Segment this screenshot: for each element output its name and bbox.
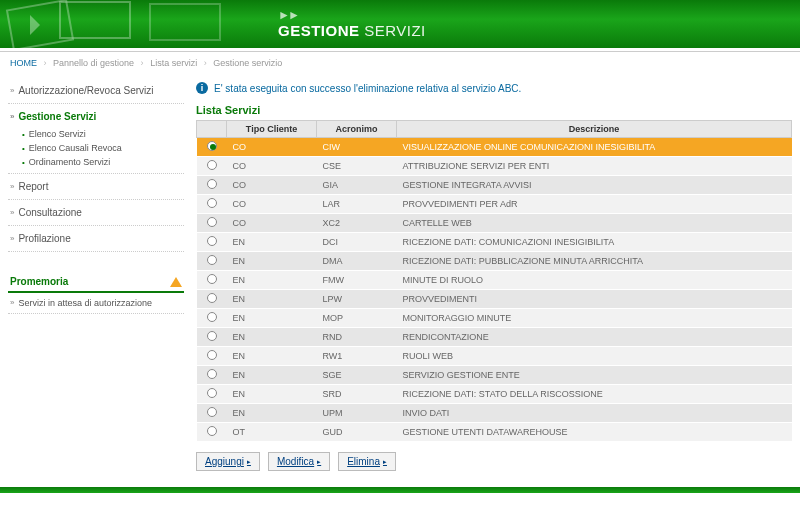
cell-acronimo: LAR	[317, 195, 397, 214]
cell-tipo: EN	[227, 328, 317, 347]
sidebar-item[interactable]: »Profilazione	[8, 230, 184, 247]
cell-tipo: EN	[227, 252, 317, 271]
svg-marker-3	[30, 15, 40, 35]
action-bar: Aggiungi▸ Modifica▸ Elimina▸	[196, 442, 792, 471]
chevron-icon: ►►	[278, 8, 298, 22]
table-row[interactable]: ENSGESERVIZIO GESTIONE ENTE	[197, 366, 792, 385]
cell-descrizione: ATTRIBUZIONE SERVIZI PER ENTI	[397, 157, 792, 176]
cell-tipo: CO	[227, 157, 317, 176]
cell-tipo: EN	[227, 404, 317, 423]
table-row[interactable]: OTGUDGESTIONE UTENTI DATAWAREHOUSE	[197, 423, 792, 442]
row-radio[interactable]	[207, 141, 217, 151]
breadcrumb-item[interactable]: Pannello di gestione	[53, 58, 134, 68]
section-title: Lista Servizi	[196, 102, 792, 120]
cell-acronimo: SGE	[317, 366, 397, 385]
table-row[interactable]: ENUPMINVIO DATI	[197, 404, 792, 423]
row-radio[interactable]	[207, 407, 217, 417]
cell-tipo: CO	[227, 214, 317, 233]
cell-descrizione: RUOLI WEB	[397, 347, 792, 366]
sidebar-subitem[interactable]: •Elenco Causali Revoca	[22, 141, 184, 155]
cell-acronimo: CIW	[317, 138, 397, 157]
row-radio[interactable]	[207, 312, 217, 322]
breadcrumb-home[interactable]: HOME	[10, 58, 37, 68]
cell-descrizione: VISUALIZZAZIONE ONLINE COMUNICAZIONI INE…	[397, 138, 792, 157]
cell-acronimo: XC2	[317, 214, 397, 233]
cell-descrizione: RICEZIONE DATI: STATO DELLA RISCOSSIONE	[397, 385, 792, 404]
row-radio[interactable]	[207, 350, 217, 360]
sidebar-item[interactable]: »Gestione Servizi	[8, 108, 184, 125]
cell-tipo: EN	[227, 290, 317, 309]
success-alert: i E' stata eseguita con successo l'elimi…	[196, 78, 792, 102]
promemoria-item[interactable]: » Servizi in attesa di autorizzazione	[8, 293, 184, 314]
svg-rect-0	[7, 0, 73, 48]
table-row[interactable]: ENRNDRENDICONTAZIONE	[197, 328, 792, 347]
row-radio[interactable]	[207, 426, 217, 436]
cell-tipo: CO	[227, 195, 317, 214]
table-row[interactable]: COCSEATTRIBUZIONE SERVIZI PER ENTI	[197, 157, 792, 176]
row-radio[interactable]	[207, 255, 217, 265]
col-radio	[197, 121, 227, 138]
row-radio[interactable]	[207, 236, 217, 246]
cell-descrizione: MONITORAGGIO MINUTE	[397, 309, 792, 328]
cell-tipo: CO	[227, 138, 317, 157]
sidebar-subitem[interactable]: •Ordinamento Servizi	[22, 155, 184, 169]
cell-tipo: EN	[227, 347, 317, 366]
col-tipo: Tipo Cliente	[227, 121, 317, 138]
row-radio[interactable]	[207, 293, 217, 303]
main-content: i E' stata eseguita con successo l'elimi…	[196, 78, 792, 471]
svg-rect-2	[150, 4, 220, 40]
cell-acronimo: LPW	[317, 290, 397, 309]
services-table: Tipo Cliente Acronimo Descrizione COCIWV…	[196, 120, 792, 442]
cell-descrizione: GESTIONE UTENTI DATAWAREHOUSE	[397, 423, 792, 442]
warning-icon	[170, 277, 182, 287]
footer-bar	[0, 487, 800, 493]
sidebar-item[interactable]: »Report	[8, 178, 184, 195]
page-title: GESTIONE SERVIZI	[278, 22, 426, 39]
table-row[interactable]: COXC2CARTELLE WEB	[197, 214, 792, 233]
cell-acronimo: MOP	[317, 309, 397, 328]
row-radio[interactable]	[207, 217, 217, 227]
cell-descrizione: CARTELLE WEB	[397, 214, 792, 233]
table-row[interactable]: COCIWVISUALIZZAZIONE ONLINE COMUNICAZION…	[197, 138, 792, 157]
table-row[interactable]: COLARPROVVEDIMENTI PER AdR	[197, 195, 792, 214]
sidebar-item[interactable]: »Autorizzazione/Revoca Servizi	[8, 82, 184, 99]
table-row[interactable]: ENSRDRICEZIONE DATI: STATO DELLA RISCOSS…	[197, 385, 792, 404]
cell-descrizione: PROVVEDIMENTI	[397, 290, 792, 309]
table-row[interactable]: ENLPWPROVVEDIMENTI	[197, 290, 792, 309]
sidebar-subitem[interactable]: •Elenco Servizi	[22, 127, 184, 141]
cell-acronimo: FMW	[317, 271, 397, 290]
table-row[interactable]: ENRW1RUOLI WEB	[197, 347, 792, 366]
edit-button[interactable]: Modifica▸	[268, 452, 330, 471]
sidebar-item[interactable]: »Consultazione	[8, 204, 184, 221]
row-radio[interactable]	[207, 274, 217, 284]
table-row[interactable]: ENDMARICEZIONE DATI: PUBBLICAZIONE MINUT…	[197, 252, 792, 271]
breadcrumb-item: Gestione servizio	[213, 58, 282, 68]
cell-descrizione: RICEZIONE DATI: PUBBLICAZIONE MINUTA ARR…	[397, 252, 792, 271]
cell-acronimo: GIA	[317, 176, 397, 195]
table-row[interactable]: ENMOPMONITORAGGIO MINUTE	[197, 309, 792, 328]
promemoria-header: Promemoria	[8, 272, 184, 293]
row-radio[interactable]	[207, 331, 217, 341]
cell-acronimo: RW1	[317, 347, 397, 366]
cell-descrizione: RICEZIONE DATI: COMUNICAZIONI INESIGIBIL…	[397, 233, 792, 252]
row-radio[interactable]	[207, 179, 217, 189]
row-radio[interactable]	[207, 388, 217, 398]
table-row[interactable]: ENFMWMINUTE DI RUOLO	[197, 271, 792, 290]
table-row[interactable]: COGIAGESTIONE INTEGRATA AVVISI	[197, 176, 792, 195]
row-radio[interactable]	[207, 160, 217, 170]
row-radio[interactable]	[207, 369, 217, 379]
row-radio[interactable]	[207, 198, 217, 208]
cell-acronimo: GUD	[317, 423, 397, 442]
delete-button[interactable]: Elimina▸	[338, 452, 396, 471]
breadcrumb-item[interactable]: Lista servizi	[150, 58, 197, 68]
cell-tipo: CO	[227, 176, 317, 195]
add-button[interactable]: Aggiungi▸	[196, 452, 260, 471]
alert-text: E' stata eseguita con successo l'elimina…	[214, 83, 521, 94]
cell-tipo: EN	[227, 233, 317, 252]
table-row[interactable]: ENDCIRICEZIONE DATI: COMUNICAZIONI INESI…	[197, 233, 792, 252]
info-icon: i	[196, 82, 208, 94]
col-acronimo: Acronimo	[317, 121, 397, 138]
cell-descrizione: MINUTE DI RUOLO	[397, 271, 792, 290]
cell-acronimo: SRD	[317, 385, 397, 404]
cell-acronimo: RND	[317, 328, 397, 347]
